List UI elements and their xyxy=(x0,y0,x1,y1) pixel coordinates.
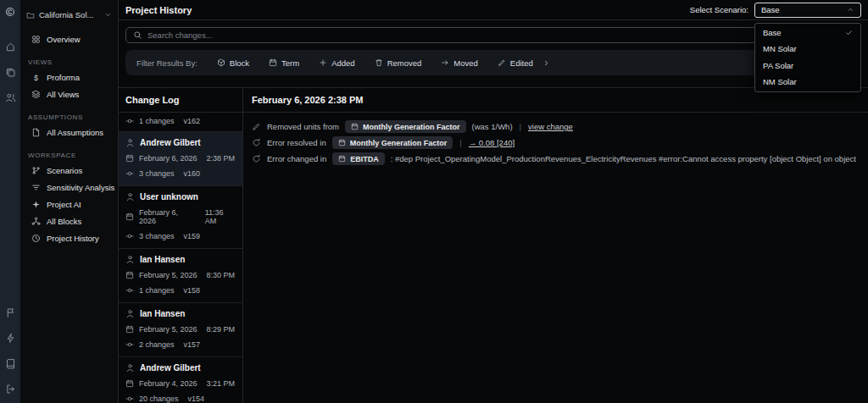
filter-button-label: Removed xyxy=(387,58,422,68)
entry-author-name: Andrew Gilbert xyxy=(140,363,201,373)
entry-changes-count: 1 changes xyxy=(139,286,175,295)
entry-changes: 3 changesv160 xyxy=(125,169,236,178)
app-logo-icon xyxy=(5,7,15,17)
block-reference-chip[interactable]: EBITDA xyxy=(332,152,385,165)
filter-button-edited[interactable]: Edited xyxy=(498,58,533,68)
sidebar-section-label: WORKSPACE xyxy=(20,148,118,162)
scenario-option-pa-solar[interactable]: PA Solar xyxy=(755,58,860,75)
calendar-icon xyxy=(125,379,134,388)
chevron-right-icon[interactable] xyxy=(542,59,550,67)
entry-date-text: February 6, 2026 xyxy=(139,154,198,163)
sidebar-item-project-ai[interactable]: Project AI xyxy=(20,196,118,213)
filter-button-added[interactable]: Added xyxy=(319,58,354,68)
entry-author: Andrew Gilbert xyxy=(125,138,236,147)
project-selector[interactable]: California Sol... xyxy=(20,5,118,25)
sidebar-item-sensitivity-analysis[interactable]: Sensitivity Analysis xyxy=(20,179,118,196)
entry-changes-count: 2 changes xyxy=(139,340,175,349)
filter-button-block[interactable]: Block xyxy=(217,58,249,68)
change-log-entry[interactable]: User unknownFebruary 6, 202611:36 AM3 ch… xyxy=(119,186,242,249)
sidebar-item-label: All Blocks xyxy=(47,217,81,226)
person-icon xyxy=(125,138,135,147)
entry-changes: 3 changesv159 xyxy=(125,232,236,240)
scenario-option-mn-solar[interactable]: MN Solar xyxy=(755,41,860,58)
scenario-option-nm-solar[interactable]: NM Solar xyxy=(755,74,860,91)
scenario-select-label: Select Scenario: xyxy=(690,5,754,14)
error-icon xyxy=(252,154,261,163)
sidebar-item-overview[interactable]: Overview xyxy=(20,30,118,47)
calendar-icon xyxy=(125,325,134,334)
change-log-entry[interactable]: Ian HansenFebruary 5, 20268:29 PM2 chang… xyxy=(119,303,242,357)
person-icon xyxy=(125,192,135,202)
branch-icon xyxy=(31,166,41,175)
rail-logout-button[interactable] xyxy=(5,384,16,395)
separator: | xyxy=(459,138,462,147)
sidebar-section-label: VIEWS xyxy=(20,55,118,69)
calendar-icon xyxy=(338,139,346,146)
rail-bottom-group xyxy=(5,307,16,395)
main-header: Project History Select Scenario: Base Ba… xyxy=(119,0,868,20)
scenario-select[interactable]: Base BaseMN SolarPA SolarNM Solar xyxy=(754,3,861,18)
search-icon xyxy=(133,30,142,40)
rail-projects-button[interactable] xyxy=(5,67,16,78)
layers-icon xyxy=(31,90,41,99)
sidebar-item-all-views[interactable]: All Views xyxy=(20,86,118,102)
search-box[interactable] xyxy=(125,27,861,43)
rail-team-button[interactable] xyxy=(5,92,16,103)
arrowright-icon xyxy=(441,58,449,67)
rail-home-button[interactable] xyxy=(5,41,16,52)
entry-author-name: Ian Hansen xyxy=(140,255,185,264)
sidebar-item-all-assumptions[interactable]: All Assumptions xyxy=(20,124,118,141)
sidebar-item-project-history[interactable]: Project History xyxy=(20,229,118,246)
calendar-icon xyxy=(125,271,134,279)
change-detail-error-text: : #dep Project_OperatingModel_Production… xyxy=(391,154,860,163)
entry-author-name: Andrew Gilbert xyxy=(140,138,201,147)
filter-button-moved[interactable]: Moved xyxy=(441,58,478,68)
change-log-entry[interactable]: Andrew GilbertFebruary 6, 20262:38 PM3 c… xyxy=(119,132,242,186)
page-title: Project History xyxy=(125,5,192,15)
person-icon xyxy=(125,255,135,264)
change-detail-row: Error resolved inMonthly Generation Fact… xyxy=(252,135,860,150)
change-detail-row: Removed units fromMonthly Generation Fac… xyxy=(252,119,860,134)
block-reference-chip[interactable]: Monthly Generation Factor xyxy=(345,120,466,133)
rail-top-group xyxy=(5,7,16,103)
person-icon xyxy=(125,309,135,318)
scenario-dropdown-menu: BaseMN SolarPA SolarNM Solar xyxy=(754,23,861,92)
rail-docs-button[interactable] xyxy=(5,358,16,369)
change-detail-text: (was 1/Wh) xyxy=(472,122,513,131)
entry-version: v160 xyxy=(184,169,201,178)
change-detail-row: Error changed inEBITDA: #dep Project_Ope… xyxy=(252,152,860,166)
calendar-icon xyxy=(338,155,346,163)
commit-icon xyxy=(125,395,134,403)
rail-feedback-button[interactable] xyxy=(5,307,16,318)
change-detail-link[interactable]: → 0.08 [240] xyxy=(469,138,515,147)
filter-button-removed[interactable]: Removed xyxy=(375,58,422,68)
file-icon xyxy=(31,128,41,137)
sidebar-item-all-blocks[interactable]: All Blocks xyxy=(20,213,118,229)
sidebar-item-scenarios[interactable]: Scenarios xyxy=(20,162,118,179)
filter-label: Filter Results By: xyxy=(136,58,198,68)
change-detail-text: Removed units from xyxy=(267,122,339,131)
sidebar-item-proforma[interactable]: $Proforma xyxy=(20,69,118,86)
scenario-selected-value: Base xyxy=(761,5,843,14)
rail-quick-actions-button[interactable] xyxy=(5,333,16,344)
search-row xyxy=(125,27,861,43)
change-log-entry[interactable]: Ian HansenFebruary 5, 20268:30 PM1 chang… xyxy=(119,249,242,303)
entry-author: Ian Hansen xyxy=(125,309,236,318)
entry-author: Andrew Gilbert xyxy=(125,363,236,373)
scenario-option-base[interactable]: Base xyxy=(755,25,860,41)
change-log-entry[interactable]: 1 changesv162 xyxy=(119,113,242,132)
filter-button-label: Term xyxy=(281,58,299,68)
sidebar-item-label: Scenarios xyxy=(47,166,82,175)
block-reference-chip[interactable]: Monthly Generation Factor xyxy=(332,136,453,149)
entry-version: v154 xyxy=(188,395,205,403)
change-detail-link[interactable]: view change xyxy=(528,122,573,131)
change-log-list: 1 changesv162Andrew GilbertFebruary 6, 2… xyxy=(119,113,242,403)
sidebar-item-label: Proforma xyxy=(47,73,80,82)
commit-icon xyxy=(125,169,134,178)
filter-button-label: Edited xyxy=(510,58,533,68)
filter-button-term[interactable]: Term xyxy=(269,58,299,68)
change-log-entry[interactable]: Andrew GilbertFebruary 4, 20263:21 PM20 … xyxy=(119,357,242,403)
search-input[interactable] xyxy=(147,30,854,40)
entry-version: v157 xyxy=(184,340,201,349)
entry-date: February 4, 20263:21 PM xyxy=(125,379,236,388)
